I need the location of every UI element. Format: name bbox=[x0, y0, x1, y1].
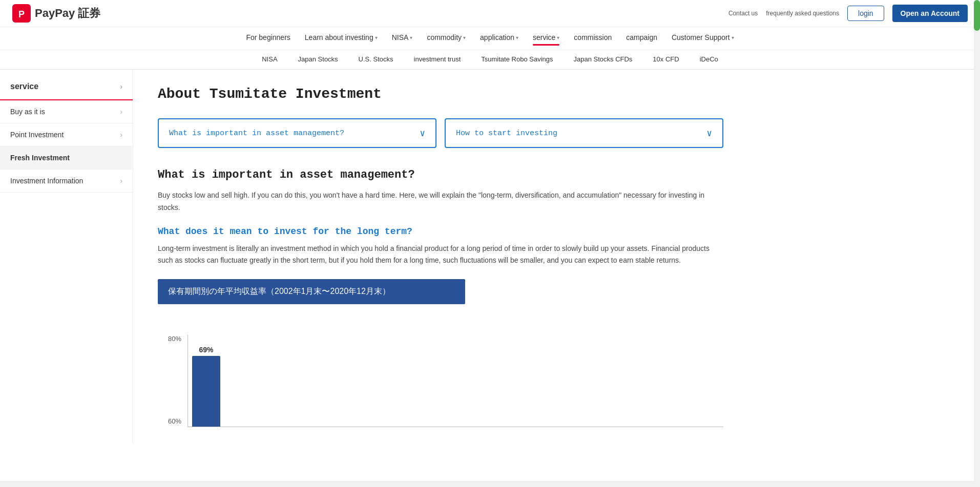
accordion-label: How to start investing bbox=[456, 129, 557, 138]
sub-navigation: NISA Japan Stocks U.S. Stocks investment… bbox=[0, 50, 980, 70]
nav-label: Customer Support bbox=[672, 33, 730, 41]
sidebar-label: Point Investment bbox=[10, 131, 64, 139]
nav-label: commodity bbox=[427, 33, 462, 41]
top-links: Contact us frequently asked questions bbox=[728, 10, 839, 17]
logo-text: PayPay 証券 bbox=[35, 6, 100, 21]
nav-commodity[interactable]: commodity ▾ bbox=[427, 33, 466, 44]
y-label-60: 60% bbox=[168, 417, 181, 425]
sidebar-label: Fresh Investment bbox=[10, 154, 70, 162]
nav-commission[interactable]: commission bbox=[574, 33, 612, 44]
nav-label: service bbox=[533, 33, 555, 41]
sidebar-item-service[interactable]: service › bbox=[0, 74, 133, 100]
nav-nisa[interactable]: NISA ▾ bbox=[392, 33, 413, 44]
sidebar-item-buy-as-is[interactable]: Buy as it is › bbox=[0, 100, 133, 123]
nav-for-beginners[interactable]: For beginners bbox=[246, 33, 290, 44]
nav-label: commission bbox=[574, 33, 612, 41]
main-content: About Tsumitate Investment What is impor… bbox=[133, 70, 748, 443]
top-bar: P PayPay 証券 Contact us frequently asked … bbox=[0, 0, 980, 27]
section-asset-management: What is important in asset management? B… bbox=[158, 168, 723, 214]
accordion-label: What is important in asset management? bbox=[169, 129, 344, 138]
sidebar-item-fresh-investment[interactable]: Fresh Investment bbox=[0, 146, 133, 170]
chevron-down-icon: ∨ bbox=[420, 128, 425, 139]
sub-nav-10x-cfd[interactable]: 10x CFD bbox=[642, 50, 689, 69]
sidebar-item-point-investment[interactable]: Point Investment › bbox=[0, 123, 133, 146]
y-label-80: 80% bbox=[168, 335, 181, 343]
chevron-right-icon: › bbox=[120, 177, 122, 185]
section1-heading: What is important in asset management? bbox=[158, 168, 723, 181]
nav-service[interactable]: service ▾ bbox=[533, 33, 559, 44]
chevron-down-icon: ▾ bbox=[375, 35, 378, 40]
contact-link[interactable]: Contact us bbox=[728, 10, 758, 17]
chevron-down-icon: ∨ bbox=[706, 128, 712, 139]
bar-label-69: 69% bbox=[199, 346, 214, 354]
main-navigation: For beginners Learn about investing ▾ NI… bbox=[0, 27, 980, 50]
sub-nav-japan-stocks[interactable]: Japan Stocks bbox=[288, 50, 348, 69]
chevron-down-icon: ▾ bbox=[410, 35, 412, 40]
page-title: About Tsumitate Investment bbox=[158, 86, 723, 102]
sidebar-label: Investment Information bbox=[10, 177, 83, 185]
sidebar-label: Buy as it is bbox=[10, 108, 45, 116]
sidebar: service › Buy as it is › Point Investmen… bbox=[0, 70, 133, 443]
nav-customer-support[interactable]: Customer Support ▾ bbox=[672, 33, 734, 44]
nav-application[interactable]: application ▾ bbox=[480, 33, 518, 44]
scrollbar-track[interactable] bbox=[974, 0, 980, 443]
svg-text:P: P bbox=[18, 9, 25, 19]
nav-label: NISA bbox=[392, 33, 409, 41]
logo-area: P PayPay 証券 bbox=[12, 4, 100, 23]
nav-learn-investing[interactable]: Learn about investing ▾ bbox=[305, 33, 378, 44]
nav-label: For beginners bbox=[246, 33, 290, 41]
nav-label: application bbox=[480, 33, 514, 41]
faq-link[interactable]: frequently asked questions bbox=[766, 10, 839, 17]
chart-title: 保有期間別の年平均収益率（2002年1月末〜2020年12月末） bbox=[158, 279, 465, 304]
chevron-down-icon: ▾ bbox=[516, 35, 518, 40]
bar-group-1: 69% bbox=[192, 346, 220, 427]
chevron-down-icon: ▾ bbox=[557, 35, 559, 40]
sub-nav-investment-trust[interactable]: investment trust bbox=[404, 50, 471, 69]
chevron-down-icon: ▾ bbox=[732, 35, 734, 40]
section1-body: Buy stocks low and sell high. If you can… bbox=[158, 189, 723, 214]
open-account-button[interactable]: Open an Account bbox=[892, 5, 968, 22]
section2-body: Long-term investment is literally an inv… bbox=[158, 243, 723, 267]
sidebar-service-label: service bbox=[10, 82, 38, 91]
sub-nav-nisa[interactable]: NISA bbox=[252, 50, 287, 69]
sub-nav-us-stocks[interactable]: U.S. Stocks bbox=[348, 50, 404, 69]
accordion-asset-management[interactable]: What is important in asset management? ∨ bbox=[158, 118, 436, 148]
bar-69 bbox=[192, 356, 220, 427]
sub-nav-ideco[interactable]: iDeCo bbox=[690, 50, 728, 69]
chart-container: 保有期間別の年平均収益率（2002年1月末〜2020年12月末） 80% 60%… bbox=[158, 279, 723, 427]
top-right-area: Contact us frequently asked questions lo… bbox=[728, 5, 968, 22]
nav-label: campaign bbox=[626, 33, 657, 41]
chevron-right-icon: › bbox=[120, 131, 122, 139]
sidebar-item-investment-information[interactable]: Investment Information › bbox=[0, 170, 133, 193]
sub-nav-tsumitate-robo[interactable]: Tsumitate Robo Savings bbox=[471, 50, 563, 69]
page-layout: service › Buy as it is › Point Investmen… bbox=[0, 70, 980, 443]
chevron-down-icon: ▾ bbox=[463, 35, 466, 40]
nav-campaign[interactable]: campaign bbox=[626, 33, 657, 44]
scrollbar-thumb[interactable] bbox=[974, 0, 980, 31]
nav-label: Learn about investing bbox=[305, 33, 373, 41]
chevron-right-icon: › bbox=[120, 108, 122, 116]
accordion-start-investing[interactable]: How to start investing ∨ bbox=[445, 118, 723, 148]
sub-nav-japan-stocks-cfds[interactable]: Japan Stocks CFDs bbox=[563, 50, 642, 69]
paypay-logo-icon: P bbox=[12, 4, 31, 23]
chevron-right-icon: › bbox=[120, 82, 122, 91]
accordion-row: What is important in asset management? ∨… bbox=[158, 118, 723, 148]
section2-heading: What does it mean to invest for the long… bbox=[158, 226, 723, 237]
section-long-term: What does it mean to invest for the long… bbox=[158, 226, 723, 267]
login-button[interactable]: login bbox=[847, 6, 884, 21]
